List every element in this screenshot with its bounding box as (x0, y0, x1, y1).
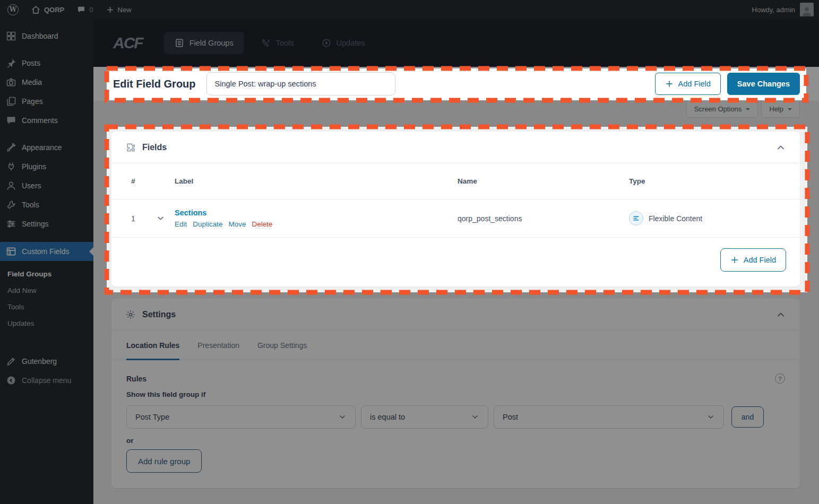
wordpress-logo-icon: W (7, 4, 19, 15)
submenu-item-updates[interactable]: Updates (0, 315, 93, 332)
comments-indicator[interactable]: 0 (71, 0, 99, 19)
acf-tab-updates[interactable]: Updates (311, 32, 376, 54)
main-area: ACF Field Groups Tools Updates Edit Fiel… (93, 19, 819, 504)
chevron-up-icon[interactable] (775, 309, 786, 320)
submenu-item-field-groups[interactable]: Field Groups (0, 266, 93, 282)
edit-action[interactable]: Edit (175, 220, 187, 228)
chevron-up-icon[interactable] (775, 142, 786, 153)
chevron-down-icon (338, 413, 347, 421)
move-action[interactable]: Move (229, 220, 246, 228)
avatar[interactable] (800, 3, 814, 16)
sidebar-item-label: Comments (22, 116, 58, 125)
pages-icon (6, 96, 16, 107)
add-rule-group-button[interactable]: Add rule group (126, 449, 202, 473)
camera-icon (6, 77, 16, 88)
save-changes-button[interactable]: Save Changes (727, 73, 800, 95)
sidebar-item-posts[interactable]: Posts (0, 54, 93, 73)
delete-action[interactable]: Delete (252, 220, 273, 228)
acf-tab-field-groups[interactable]: Field Groups (164, 32, 244, 54)
help-button[interactable]: Help (761, 101, 800, 118)
collapse-arrow-icon (6, 375, 16, 386)
column-label: Label (175, 177, 458, 185)
tab-presentation[interactable]: Presentation (197, 331, 239, 360)
submenu-item-add-new[interactable]: Add New (0, 282, 93, 299)
site-name: QORP (44, 6, 64, 14)
sidebar-item-pages[interactable]: Pages (0, 92, 93, 111)
sidebar-item-gutenberg[interactable]: Gutenberg (0, 352, 93, 371)
pencil-icon (6, 356, 16, 367)
field-group-title-input[interactable] (206, 72, 395, 95)
dashboard-icon (6, 31, 16, 41)
pin-icon (6, 58, 16, 68)
sidebar-item-label: Gutenberg (22, 357, 57, 366)
site-link[interactable]: QORP (25, 0, 71, 19)
puzzle-icon (125, 142, 136, 153)
sidebar-item-plugins[interactable]: Plugins (0, 157, 93, 176)
field-name: qorp_post_sections (458, 214, 629, 223)
chevron-down-icon (706, 413, 715, 421)
sidebar-item-label: Media (22, 78, 42, 86)
fields-panel-title: Fields (142, 143, 167, 152)
sidebar-item-label: Dashboard (22, 32, 58, 40)
field-label-link[interactable]: Sections (175, 208, 206, 217)
add-field-button[interactable]: Add Field (655, 73, 721, 95)
custom-fields-submenu: Field Groups Add New Tools Updates (0, 261, 93, 339)
sidebar-item-dashboard[interactable]: Dashboard (0, 27, 93, 46)
acf-tab-tools[interactable]: Tools (251, 32, 305, 54)
brush-icon (6, 142, 16, 153)
sidebar-item-label: Tools (22, 201, 39, 209)
wp-admin-bar: W QORP 0 New Howdy, admin (0, 0, 819, 19)
new-content-button[interactable]: New (100, 0, 138, 19)
rules-heading: Rules (126, 375, 146, 383)
and-rule-button[interactable]: and (731, 406, 764, 428)
sidebar-item-tools[interactable]: Tools (0, 195, 93, 214)
plus-icon (106, 6, 114, 14)
chevron-down-icon (788, 108, 792, 112)
row-order: 1 (131, 214, 156, 223)
sidebar-item-label: Users (22, 181, 41, 190)
sidebar-item-appearance[interactable]: Appearance (0, 138, 93, 157)
rule-param-select[interactable]: Post Type (126, 405, 356, 429)
download-circle-icon (322, 38, 331, 48)
sidebar-item-label: Posts (22, 59, 40, 67)
rule-operator-select[interactable]: is equal to (361, 405, 488, 429)
flexible-content-icon (629, 211, 643, 225)
duplicate-action[interactable]: Duplicate (193, 220, 222, 228)
wrench-icon (6, 199, 16, 210)
sidebar-item-comments[interactable]: Comments (0, 111, 93, 130)
add-field-button-bottom[interactable]: Add Field (720, 248, 786, 272)
screen-options-button[interactable]: Screen Options (686, 101, 758, 118)
field-row-sections: 1 Sections Edit Duplicate Move Delete qo… (111, 199, 800, 238)
sidebar-item-custom-fields[interactable]: Custom Fields (0, 242, 93, 261)
settings-panel: Settings Location Rules Presentation Gro… (111, 299, 800, 488)
sidebar-item-settings[interactable]: Settings (0, 214, 93, 233)
admin-sidebar: Dashboard Posts Media Pages Comments App… (0, 19, 93, 504)
sidebar-item-label: Plugins (22, 162, 46, 171)
fields-table-header: # Label Name Type (111, 163, 800, 199)
help-icon[interactable]: ? (775, 373, 785, 384)
submenu-item-tools[interactable]: Tools (0, 299, 93, 315)
sidebar-item-label: Appearance (22, 143, 62, 152)
wp-logo-menu[interactable]: W (0, 0, 25, 19)
tab-location-rules[interactable]: Location Rules (126, 331, 179, 360)
plus-icon (665, 80, 674, 88)
acf-toolbar: ACF Field Groups Tools Updates (93, 19, 819, 67)
condition-intro: Show this field group if (126, 390, 785, 398)
sidebar-item-users[interactable]: Users (0, 176, 93, 195)
sidebar-item-media[interactable]: Media (0, 73, 93, 92)
acf-logo: ACF (113, 34, 143, 52)
settings-panel-title: Settings (142, 310, 176, 319)
field-type: Flexible Content (649, 214, 702, 223)
settings-tabs: Location Rules Presentation Group Settin… (111, 331, 800, 360)
plug-icon (6, 161, 16, 172)
user-silhouette-icon (801, 5, 813, 16)
tab-group-settings[interactable]: Group Settings (257, 331, 307, 360)
collapse-menu-button[interactable]: Collapse menu (0, 371, 93, 390)
comment-bubble-icon (77, 5, 85, 14)
howdy-text[interactable]: Howdy, admin (752, 6, 795, 14)
plus-icon (730, 256, 739, 264)
rule-value-select[interactable]: Post (494, 405, 724, 429)
table-icon (6, 246, 16, 257)
chevron-down-icon[interactable] (156, 214, 165, 223)
screen-meta: Screen Options Help (686, 101, 800, 118)
